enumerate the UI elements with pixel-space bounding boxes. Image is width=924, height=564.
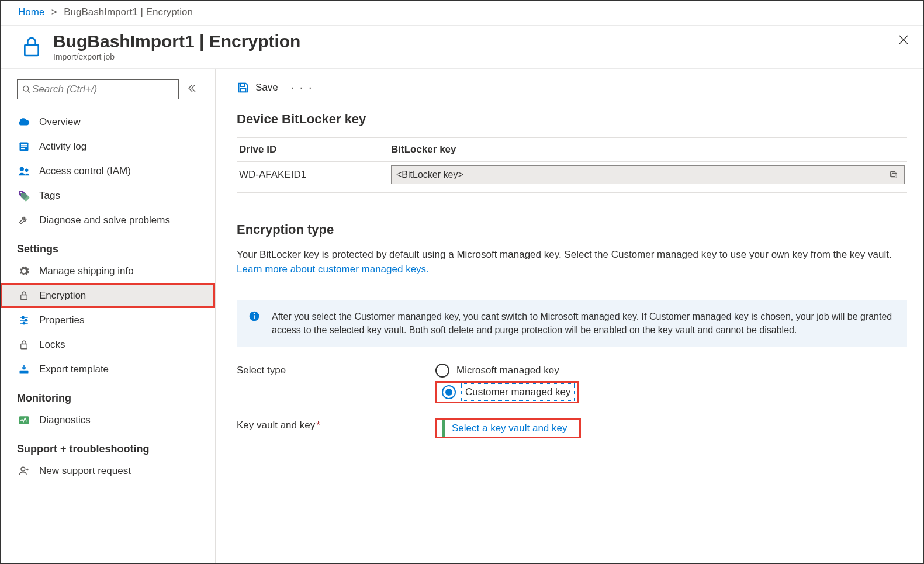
people-icon (17, 164, 31, 178)
radio-label: Microsoft managed key (456, 365, 559, 376)
radio-label: Customer managed key (463, 385, 573, 399)
toolbar-more-button[interactable]: · · · (291, 81, 313, 94)
sidebar-item-shipping[interactable]: Manage shipping info (1, 259, 215, 283)
page-subtitle: Import/export job (53, 52, 300, 61)
col-header-key: BitLocker key (391, 144, 905, 155)
sidebar-item-properties[interactable]: Properties (1, 308, 215, 333)
close-button[interactable] (898, 34, 909, 46)
tags-icon (17, 189, 31, 203)
sidebar-item-label: Locks (39, 339, 65, 351)
svg-rect-20 (891, 172, 895, 177)
sidebar-item-label: Access control (IAM) (39, 165, 131, 177)
search-input[interactable] (31, 83, 174, 96)
cloud-icon (17, 115, 31, 129)
encryption-type-desc: Your BitLocker key is protected by defau… (237, 248, 907, 262)
radio-customer-managed[interactable]: Customer managed key (442, 385, 573, 399)
svg-point-1 (23, 86, 29, 91)
bitlocker-key-input[interactable] (395, 169, 887, 181)
breadcrumb-current: BugBashImport1 | Encryption (64, 6, 193, 18)
sidebar-item-tags[interactable]: Tags (1, 184, 215, 208)
toolbar-button-label: Save (255, 82, 278, 94)
svg-rect-14 (20, 371, 29, 374)
svg-point-16 (21, 467, 25, 471)
svg-rect-5 (21, 148, 25, 150)
radio-icon (442, 385, 456, 399)
sidebar-item-activity-log[interactable]: Activity log (1, 134, 215, 159)
page-title: BugBashImport1 | Encryption (53, 32, 300, 51)
save-button[interactable]: Save (237, 81, 278, 94)
breadcrumb: Home > BugBashImport1 | Encryption (1, 1, 923, 26)
svg-rect-0 (25, 44, 38, 55)
table-row: WD-AFAKEID1 (237, 162, 907, 193)
chevron-right-icon: > (49, 6, 60, 18)
wrench-icon (17, 213, 31, 227)
sidebar: Overview Activity log Access control (IA… (1, 69, 216, 564)
svg-rect-17 (240, 83, 244, 86)
sidebar-item-overview[interactable]: Overview (1, 110, 215, 134)
required-indicator: * (316, 420, 320, 431)
activity-log-icon (17, 140, 31, 154)
learn-more-link[interactable]: Learn more about customer managed keys. (237, 264, 429, 275)
sidebar-section-monitoring: Monitoring (1, 382, 215, 408)
svg-rect-19 (892, 173, 897, 178)
support-icon (17, 464, 31, 478)
sidebar-item-diagnostics[interactable]: Diagnostics (1, 408, 215, 432)
main-content: Save · · · Device BitLocker key Drive ID… (216, 69, 923, 564)
svg-rect-22 (254, 316, 255, 319)
toolbar: Save · · · (237, 81, 907, 94)
sidebar-item-label: Tags (39, 190, 60, 202)
radio-icon (435, 364, 449, 378)
gear-icon (17, 264, 31, 278)
sidebar-item-label: Diagnostics (39, 414, 91, 426)
search-icon (22, 85, 31, 94)
svg-rect-13 (21, 344, 27, 349)
sidebar-item-diagnose[interactable]: Diagnose and solve problems (1, 208, 215, 233)
bitlocker-table: Drive ID BitLocker key WD-AFAKEID1 (237, 137, 907, 193)
sidebar-section-support: Support + troubleshooting (1, 432, 215, 459)
copy-button[interactable] (887, 170, 901, 179)
sidebar-item-label: Manage shipping info (39, 265, 134, 277)
encryption-type-heading: Encryption type (237, 222, 907, 237)
sidebar-item-iam[interactable]: Access control (IAM) (1, 159, 215, 184)
info-text: After you select the Customer mananged k… (272, 310, 895, 337)
sidebar-item-label: Overview (39, 116, 81, 128)
sidebar-search[interactable] (17, 79, 179, 99)
select-type-label: Select type (237, 364, 435, 376)
page-header: BugBashImport1 | Encryption Import/expor… (1, 26, 923, 69)
svg-point-12 (23, 322, 25, 324)
sidebar-item-label: Diagnose and solve problems (39, 214, 170, 226)
key-vault-label: Key vault and key* (237, 418, 435, 431)
sidebar-item-export-template[interactable]: Export template (1, 357, 215, 382)
export-icon (17, 362, 31, 376)
svg-point-10 (22, 316, 24, 318)
sidebar-item-label: Export template (39, 364, 109, 375)
sidebar-item-locks[interactable]: Locks (1, 333, 215, 357)
sidebar-item-label: Activity log (39, 141, 86, 153)
sidebar-item-label: Properties (39, 314, 84, 326)
radio-microsoft-managed[interactable]: Microsoft managed key (435, 364, 907, 378)
lock-icon (17, 289, 31, 303)
svg-rect-18 (240, 88, 245, 92)
copy-icon (889, 170, 898, 179)
bitlocker-key-field[interactable] (391, 165, 905, 184)
diagnostics-icon (17, 413, 31, 427)
sidebar-item-label: Encryption (39, 290, 86, 302)
info-box: After you select the Customer mananged k… (237, 300, 907, 347)
drive-id-value: WD-AFAKEID1 (239, 169, 391, 181)
svg-point-23 (254, 313, 255, 315)
info-icon (248, 310, 261, 323)
breadcrumb-home-link[interactable]: Home (18, 6, 44, 18)
sidebar-section-settings: Settings (1, 233, 215, 259)
sidebar-item-support-request[interactable]: New support request (1, 459, 215, 483)
svg-rect-9 (21, 295, 27, 300)
select-key-vault-link[interactable]: Select a key vault and key (452, 423, 567, 434)
svg-rect-4 (21, 146, 27, 147)
svg-point-11 (25, 319, 27, 321)
collapse-sidebar-button[interactable] (187, 84, 199, 95)
lock-icon (17, 338, 31, 352)
properties-icon (17, 313, 31, 327)
svg-point-7 (25, 168, 29, 172)
sidebar-item-encryption[interactable]: Encryption (1, 283, 215, 308)
svg-rect-3 (21, 144, 27, 146)
col-header-drive: Drive ID (239, 144, 391, 155)
